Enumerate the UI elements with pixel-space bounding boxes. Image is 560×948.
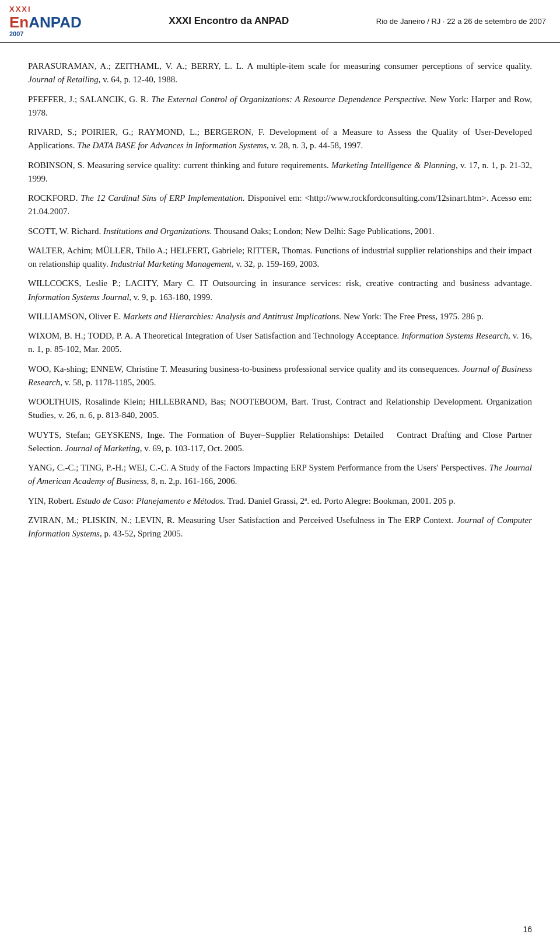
- list-item: ZVIRAN, M.; PLISKIN, N.; LEVIN, R. Measu…: [28, 514, 532, 541]
- list-item: ROCKFORD. The 12 Cardinal Sins of ERP Im…: [28, 191, 532, 219]
- logo-en-text: En: [9, 13, 29, 32]
- header-location: Rio de Janeiro / RJ · 22 a 26 de setembr…: [376, 17, 546, 26]
- page-number: 16: [523, 925, 532, 934]
- list-item: ROBINSON, S. Measuring service quality: …: [28, 159, 532, 186]
- logo-enanpad: EnANPAD: [9, 13, 82, 32]
- list-item: WALTER, Achim; MÜLLER, Thilo A.; HELFERT…: [28, 244, 532, 271]
- list-item: WOOLTHUIS, Rosalinde Klein; HILLEBRAND, …: [28, 395, 532, 423]
- logo-xxxi: XXXI: [9, 5, 32, 13]
- list-item: YIN, Robert. Estudo de Caso: Planejament…: [28, 494, 532, 508]
- page-header: XXXI EnANPAD 2007 XXXI Encontro da ANPAD…: [0, 0, 560, 43]
- header-title: XXXI Encontro da ANPAD: [82, 15, 376, 27]
- logo-year: 2007: [9, 30, 23, 37]
- list-item: PARASURAMAN, A.; ZEITHAML, V. A.; BERRY,…: [28, 60, 532, 87]
- list-item: RIVARD, S.; POIRIER, G.; RAYMOND, L.; BE…: [28, 126, 532, 153]
- list-item: WIXOM, B. H.; TODD, P. A. A Theoretical …: [28, 329, 532, 357]
- logo-anpad-text: ANPAD: [29, 13, 82, 32]
- list-item: WILLCOCKS, Leslie P.; LACITY, Mary C. IT…: [28, 277, 532, 304]
- list-item: PFEFFER, J.; SALANCIK, G. R. The Externa…: [28, 93, 532, 120]
- list-item: WOO, Ka-shing; ENNEW, Christine T. Measu…: [28, 363, 532, 390]
- references-content: PARASURAMAN, A.; ZEITHAML, V. A.; BERRY,…: [0, 43, 560, 563]
- list-item: YANG, C.-C.; TING, P.-H.; WEI, C.-C. A S…: [28, 461, 532, 489]
- list-item: SCOTT, W. Richard. Institutions and Orga…: [28, 225, 532, 238]
- list-item: WILLIAMSON, Oliver E. Markets and Hierar…: [28, 310, 532, 323]
- logo-block: XXXI EnANPAD 2007: [9, 5, 82, 37]
- list-item: WUYTS, Stefan; GEYSKENS, Inge. The Forma…: [28, 428, 532, 456]
